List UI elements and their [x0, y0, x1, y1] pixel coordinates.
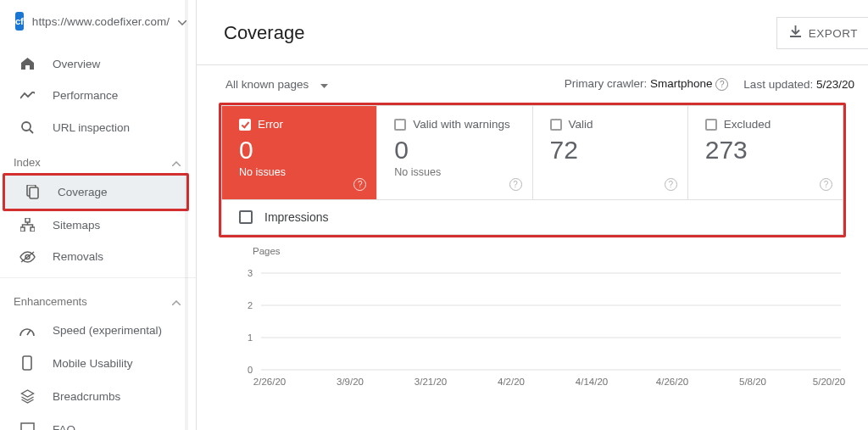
sidebar: cf https://www.codefixer.com/ Overview P… — [0, 0, 197, 430]
svg-text:3/21/20: 3/21/20 — [415, 377, 447, 387]
last-updated: Last updated: 5/23/20 — [743, 78, 854, 91]
card-excluded[interactable]: Excluded 273 ? — [688, 106, 843, 199]
chevron-down-icon — [320, 78, 328, 91]
card-label: Error — [258, 118, 283, 131]
nav-label: URL inspection — [53, 121, 130, 134]
nav-mobile-usability[interactable]: Mobile Usability — [0, 346, 196, 380]
export-button[interactable]: EXPORT — [776, 17, 868, 49]
help-icon[interactable]: ? — [665, 178, 677, 191]
nav-breadcrumbs[interactable]: Breadcrumbs — [0, 380, 196, 413]
download-icon — [789, 25, 802, 41]
help-icon[interactable]: ? — [820, 178, 832, 191]
svg-text:2/26/20: 2/26/20 — [253, 377, 286, 387]
nav-performance[interactable]: Performance — [0, 80, 196, 111]
visibility-off-icon — [19, 251, 36, 263]
highlight-box-sidebar: Coverage — [3, 173, 189, 211]
page-filter[interactable]: All known pages — [202, 78, 328, 91]
page-title: Coverage — [224, 22, 304, 44]
svg-text:2: 2 — [248, 300, 253, 310]
svg-rect-3 — [25, 218, 30, 222]
svg-text:4/14/20: 4/14/20 — [576, 377, 608, 387]
nav-section-label: Enhancements — [14, 295, 87, 308]
help-icon[interactable]: ? — [509, 178, 522, 191]
nav-speed[interactable]: Speed (experimental) — [0, 315, 196, 346]
nav-coverage[interactable]: Coverage — [5, 176, 186, 209]
sidebar-scrollbar[interactable] — [185, 0, 188, 430]
svg-rect-7 — [23, 356, 31, 370]
sitemap-icon — [19, 218, 36, 232]
nav-label: Breadcrumbs — [53, 390, 120, 403]
site-chooser[interactable]: cf https://www.codefixer.com/ — [0, 0, 196, 42]
svg-point-0 — [22, 122, 31, 131]
nav-label: Removals — [53, 250, 103, 263]
filter-row: All known pages Primary crawler: Smartph… — [197, 65, 868, 103]
mobile-icon — [19, 355, 36, 371]
chevron-up-icon — [172, 295, 181, 308]
svg-rect-2 — [30, 187, 38, 198]
nav-label: Mobile Usability — [53, 357, 133, 370]
nav-section-label: Index — [14, 156, 41, 169]
card-subtext: No issues — [239, 166, 363, 178]
nav-label: Coverage — [58, 186, 108, 198]
card-subtext: No issues — [394, 166, 518, 178]
nav-url-inspection[interactable]: URL inspection — [0, 111, 196, 144]
svg-text:5/8/20: 5/8/20 — [739, 377, 766, 387]
svg-rect-4 — [20, 227, 25, 232]
card-valid[interactable]: Valid 72 ? — [533, 106, 688, 199]
svg-text:3: 3 — [248, 268, 253, 278]
help-icon[interactable]: ? — [353, 178, 366, 191]
site-url: https://www.codefixer.com/ — [32, 15, 170, 28]
svg-text:0: 0 — [248, 365, 253, 375]
card-count: 273 — [705, 136, 829, 165]
crawler-label: Primary crawler: — [565, 77, 648, 90]
card-valid-warnings[interactable]: Valid with warnings 0 No issues ? — [377, 106, 532, 199]
card-label: Valid with warnings — [413, 118, 510, 131]
checkbox-icon — [550, 119, 562, 131]
crawler-info: Primary crawler: Smartphone ? — [565, 77, 729, 91]
gauge-icon — [19, 325, 36, 337]
pages-icon — [24, 185, 41, 199]
impressions-label: Impressions — [264, 210, 328, 224]
filter-mode-label: All known pages — [225, 78, 309, 91]
card-error[interactable]: Error 0 No issues ? — [222, 106, 377, 199]
svg-text:4/2/20: 4/2/20 — [498, 377, 525, 387]
updated-label: Last updated: — [743, 78, 813, 91]
nav-label: Sitemaps — [53, 219, 100, 232]
site-favicon: cf — [15, 12, 24, 31]
home-icon — [19, 57, 36, 70]
svg-text:3/9/20: 3/9/20 — [337, 377, 364, 387]
nav-sitemaps[interactable]: Sitemaps — [0, 209, 196, 241]
svg-text:5/20/20: 5/20/20 — [813, 377, 845, 387]
svg-text:4/26/20: 4/26/20 — [656, 377, 688, 387]
card-count: 72 — [550, 136, 674, 165]
main-area: Coverage EXPORT All known pages Primary … — [197, 0, 868, 430]
nav-overview[interactable]: Overview — [0, 47, 196, 80]
svg-rect-5 — [31, 227, 35, 232]
nav-section-index[interactable]: Index — [0, 144, 196, 176]
nav-label: Overview — [53, 58, 100, 70]
status-cards: Error 0 No issues ? Valid with warnings … — [221, 105, 843, 200]
chat-icon — [19, 422, 36, 430]
layers-icon — [19, 389, 36, 404]
checkbox-icon — [239, 210, 253, 224]
nav-removals[interactable]: Removals — [0, 241, 196, 272]
card-count: 0 — [394, 136, 518, 165]
chart-y-axis-title: Pages — [219, 241, 846, 256]
updated-value: 5/23/20 — [816, 78, 854, 91]
nav-section-enhancements[interactable]: Enhancements — [0, 283, 196, 315]
highlight-box-cards: Error 0 No issues ? Valid with warnings … — [219, 103, 846, 237]
pages-chart[interactable]: 3 2 1 0 2/26/20 3/9/20 3/21/20 4/2/20 4/… — [219, 256, 846, 392]
nav-label: FAQ — [53, 423, 75, 431]
card-count: 0 — [239, 136, 363, 165]
nav-label: Performance — [53, 89, 118, 102]
impressions-toggle[interactable]: Impressions — [221, 200, 843, 235]
chart-line-icon — [19, 92, 36, 100]
nav-faq[interactable]: FAQ — [0, 413, 196, 430]
nav-label: Speed (experimental) — [53, 324, 162, 337]
checkbox-icon — [239, 119, 251, 131]
help-icon[interactable]: ? — [715, 78, 728, 91]
crawler-value: Smartphone — [650, 77, 713, 90]
card-label: Excluded — [724, 118, 771, 131]
checkbox-icon — [394, 119, 406, 131]
page-header: Coverage EXPORT — [197, 0, 868, 65]
